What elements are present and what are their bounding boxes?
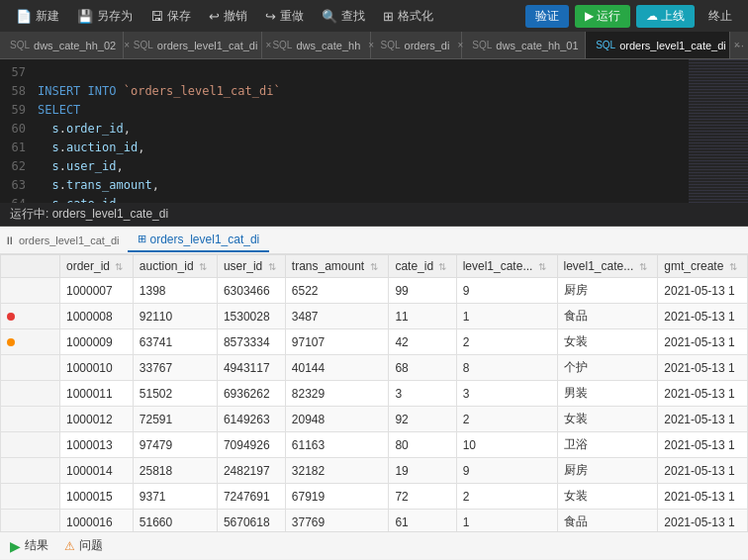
tab-dws-cate-hh[interactable]: SQL dws_cate_hh × <box>262 32 370 59</box>
table-cell-gmt_create: 2021-05-13 1 <box>658 304 748 329</box>
redo-button[interactable]: ↪ 重做 <box>257 4 312 29</box>
table-cell-trans_amount: 37769 <box>285 510 389 532</box>
row-marker-cell <box>1 329 60 355</box>
format-icon: ⊞ <box>383 9 394 24</box>
col-header-order-id[interactable]: order_id ⇅ <box>60 255 134 278</box>
table-cell-trans_amount: 97107 <box>285 329 389 355</box>
col-header-level1-cate1[interactable]: level1_cate... ⇅ <box>456 255 557 278</box>
col-header-trans-amount[interactable]: trans_amount ⇅ <box>285 255 389 278</box>
table-cell-order_id: 1000013 <box>60 432 134 458</box>
table-cell-cate_id: 68 <box>389 355 456 381</box>
orange-dot <box>7 338 15 346</box>
save-button[interactable]: 🖫 保存 <box>142 4 199 29</box>
table-cell-auction_id: 72591 <box>133 407 217 432</box>
table-cell-cate_id: 19 <box>389 458 456 484</box>
result-tab-data[interactable]: ⊞ orders_level1_cat_di <box>128 229 270 252</box>
table-cell-level1_cate2: 男装 <box>557 381 658 407</box>
table-cell-level1_cate: 2 <box>456 407 557 432</box>
table-icon: ⊞ <box>138 233 146 245</box>
stop-button[interactable]: 终止 <box>701 5 740 28</box>
table-cell-gmt_create: 2021-05-13 1 <box>658 278 748 304</box>
save-icon: 🖫 <box>150 9 163 24</box>
table-cell-level1_cate: 9 <box>456 458 557 484</box>
revoke-button[interactable]: ↩ 撤销 <box>201 4 255 29</box>
table-cell-level1_cate2: 食品 <box>557 304 658 329</box>
row-marker-header <box>1 255 60 278</box>
table-cell-gmt_create: 2021-05-13 1 <box>658 329 748 355</box>
code-content[interactable]: INSERT INTO `orders_level1_cat_di` SELEC… <box>30 59 689 203</box>
table-cell-trans_amount: 40144 <box>285 355 389 381</box>
online-button[interactable]: ☁ 上线 <box>636 5 695 28</box>
more-tabs-button[interactable]: ··· <box>730 39 748 52</box>
table-cell-auction_id: 9371 <box>133 484 217 510</box>
table-row: 10000115150269362628232933男装2021-05-13 1 <box>1 381 748 407</box>
new-button[interactable]: 📄 新建 <box>8 4 67 29</box>
tab-orders-level1-cate-di[interactable]: SQL orders_level1_cate_di × <box>586 32 730 59</box>
tab-dws-cate-hh-01[interactable]: SQL dws_cate_hh_01 × <box>462 32 586 59</box>
row-marker-cell <box>1 355 60 381</box>
col-header-auction-id[interactable]: auction_id ⇅ <box>133 255 217 278</box>
table-cell-cate_id: 72 <box>389 484 456 510</box>
data-table-container[interactable]: order_id ⇅ auction_id ⇅ user_id ⇅ trans_… <box>0 254 748 531</box>
table-row: 10000159371724769167919722女装2021-05-13 1 <box>1 484 748 510</box>
table-cell-auction_id: 33767 <box>133 355 217 381</box>
table-cell-level1_cate: 1 <box>456 304 557 329</box>
table-cell-cate_id: 80 <box>389 432 456 458</box>
col-header-level1-cate2[interactable]: level1_cate... ⇅ <box>557 255 658 278</box>
table-cell-level1_cate2: 厨房 <box>557 278 658 304</box>
row-marker-cell <box>1 432 60 458</box>
table-cell-level1_cate2: 卫浴 <box>557 432 658 458</box>
redo-icon: ↪ <box>265 9 276 24</box>
table-cell-user_id: 6936262 <box>217 381 285 407</box>
table-row: 100001033767494311740144688个护2021-05-13 … <box>1 355 748 381</box>
table-cell-gmt_create: 2021-05-13 1 <box>658 484 748 510</box>
find-button[interactable]: 🔍 查找 <box>314 4 373 29</box>
status-bar: 运行中: orders_level1_cate_di <box>0 203 748 227</box>
result-bottom-tab[interactable]: ▶ 结果 <box>10 537 48 554</box>
play-icon: ▶ <box>10 538 21 554</box>
tab-orders-level1-cat-di[interactable]: SQL orders_level1_cat_di × <box>124 32 263 59</box>
table-cell-order_id: 1000012 <box>60 407 134 432</box>
table-cell-cate_id: 11 <box>389 304 456 329</box>
table-cell-level1_cate: 1 <box>456 510 557 532</box>
tab-orders-di[interactable]: SQL orders_di × <box>371 32 463 59</box>
table-cell-gmt_create: 2021-05-13 1 <box>658 432 748 458</box>
table-cell-trans_amount: 6522 <box>285 278 389 304</box>
toolbar: 📄 新建 💾 另存为 🖫 保存 ↩ 撤销 ↪ 重做 🔍 查找 ⊞ 格式化 验证 … <box>0 0 748 32</box>
warning-icon: ⚠ <box>64 539 75 553</box>
table-cell-user_id: 7094926 <box>217 432 285 458</box>
bottom-bar: ▶ 结果 ⚠ 问题 <box>0 531 748 559</box>
issue-bottom-tab[interactable]: ⚠ 问题 <box>64 537 103 554</box>
table-cell-user_id: 6303466 <box>217 278 285 304</box>
table-cell-level1_cate2: 女装 <box>557 329 658 355</box>
col-header-cate-id[interactable]: cate_id ⇅ <box>389 255 456 278</box>
row-marker-cell <box>1 484 60 510</box>
table-cell-order_id: 1000007 <box>60 278 134 304</box>
table-cell-order_id: 1000011 <box>60 381 134 407</box>
table-row: 100000963741857333497107422女装2021-05-13 … <box>1 329 748 355</box>
format-button[interactable]: ⊞ 格式化 <box>375 4 441 29</box>
table-cell-level1_cate2: 个护 <box>557 355 658 381</box>
table-cell-user_id: 5670618 <box>217 510 285 532</box>
col-header-gmt-create[interactable]: gmt_create ⇅ <box>658 255 748 278</box>
table-cell-order_id: 1000009 <box>60 329 134 355</box>
tab-dws-cate-hh-02[interactable]: SQL dws_cate_hh_02 × <box>0 32 124 59</box>
table-result-name: orders_level1_cat_di <box>19 234 120 246</box>
table-cell-gmt_create: 2021-05-13 1 <box>658 458 748 484</box>
verify-button[interactable]: 验证 <box>525 5 569 28</box>
table-cell-user_id: 4943117 <box>217 355 285 381</box>
new-icon: 📄 <box>16 9 32 24</box>
code-editor: 57 58 59 60 61 62 63 64 65 66 INSERT INT… <box>0 59 748 203</box>
tabs-row: SQL dws_cate_hh_02 × SQL orders_level1_c… <box>0 32 748 59</box>
result-table: order_id ⇅ auction_id ⇅ user_id ⇅ trans_… <box>0 254 748 531</box>
col-header-user-id[interactable]: user_id ⇅ <box>217 255 285 278</box>
table-cell-cate_id: 99 <box>389 278 456 304</box>
table-row: 10000089211015300283487111食品2021-05-13 1 <box>1 304 748 329</box>
table-cell-level1_cate: 9 <box>456 278 557 304</box>
save-as-button[interactable]: 💾 另存为 <box>69 4 140 29</box>
table-row: 100001425818248219732182199厨房2021-05-13 … <box>1 458 748 484</box>
run-button[interactable]: ▶ 运行 <box>575 5 630 28</box>
table-cell-level1_cate2: 女装 <box>557 407 658 432</box>
table-row: 1000007139863034666522999厨房2021-05-13 1 <box>1 278 748 304</box>
table-cell-trans_amount: 67919 <box>285 484 389 510</box>
